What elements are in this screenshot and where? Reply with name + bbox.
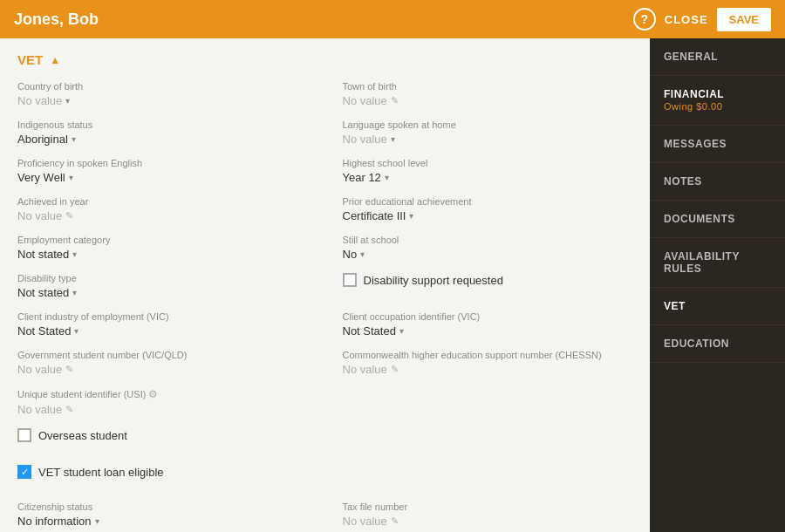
sidebar-item-availability[interactable]: AVAILABILITY RULES <box>650 238 785 288</box>
dropdown-arrow-icon: ▾ <box>69 173 73 182</box>
edit-icon: ✎ <box>391 364 399 375</box>
label-client-industry: Client industry of employment (VIC) <box>17 311 308 322</box>
field-employment-category: Employment category Not stated ▾ <box>17 235 308 261</box>
vet-loan-row: ✓ VET student loan eligible <box>17 465 632 479</box>
vet-loan-label: VET student loan eligible <box>38 466 164 479</box>
settings-icon[interactable]: ⚙ <box>148 388 158 400</box>
label-commonwealth-number: Commonwealth higher education support nu… <box>343 350 633 360</box>
section-header: VET ▲ <box>17 52 632 67</box>
value-client-occupation[interactable]: Not Stated ▾ <box>343 324 633 338</box>
value-client-industry[interactable]: Not Stated ▾ <box>17 324 308 338</box>
edit-icon: ✎ <box>65 210 73 222</box>
label-prior-educational: Prior educational achievement <box>343 196 633 207</box>
dropdown-arrow-icon: ▾ <box>72 288 77 297</box>
label-tax-file-number: Tax file number <box>343 501 633 512</box>
field-overseas-student: Overseas student <box>17 428 632 453</box>
field-achieved-in-year: Achieved in year No value ✎ <box>17 196 308 222</box>
save-button[interactable]: SAVE <box>717 8 771 31</box>
page-title: Jones, Bob <box>14 10 99 29</box>
field-citizenship-status: Citizenship status No information ▾ <box>17 501 308 528</box>
field-proficiency-english: Proficiency in spoken English Very Well … <box>17 158 308 184</box>
field-unique-student-id: Unique student identifier (USI) ⚙ No val… <box>17 388 308 416</box>
value-employment-category[interactable]: Not stated ▾ <box>17 248 308 261</box>
field-govt-student-number: Government student number (VIC/QLD) No v… <box>17 350 308 376</box>
sidebar-item-education[interactable]: EDUCATION <box>650 325 785 363</box>
value-disability-type[interactable]: Not stated ▾ <box>17 286 308 299</box>
field-client-occupation: Client occupation identifier (VIC) Not S… <box>343 311 633 338</box>
label-achieved-in-year: Achieved in year <box>17 196 308 207</box>
value-still-at-school[interactable]: No ▾ <box>343 248 633 261</box>
label-language-at-home: Language spoken at home <box>343 119 633 130</box>
disability-support-label: Disability support requested <box>364 274 503 287</box>
edit-icon: ✎ <box>65 404 73 415</box>
label-client-occupation: Client occupation identifier (VIC) <box>343 311 633 322</box>
dropdown-arrow-icon: ▾ <box>72 134 76 144</box>
section-title: VET <box>17 52 43 67</box>
header-actions: ? CLOSE SAVE <box>633 8 771 31</box>
sidebar-item-notes[interactable]: NOTES <box>650 163 785 201</box>
label-employment-category: Employment category <box>17 235 308 245</box>
value-commonwealth-number[interactable]: No value ✎ <box>343 363 633 376</box>
value-highest-school-level[interactable]: Year 12 ▾ <box>343 171 633 184</box>
sidebar-item-general[interactable]: GENERAL <box>650 38 785 76</box>
content-area: VET ▲ Country of birth No value ▾ Town o… <box>0 38 650 532</box>
label-unique-student-id: Unique student identifier (USI) ⚙ <box>17 388 308 400</box>
field-commonwealth-number: Commonwealth higher education support nu… <box>343 350 633 376</box>
field-country-of-birth: Country of birth No value ▾ <box>17 81 308 107</box>
dropdown-arrow-icon: ▾ <box>360 249 365 259</box>
collapse-icon[interactable]: ▲ <box>50 54 60 66</box>
dropdown-arrow-icon: ▾ <box>74 326 78 336</box>
dropdown-arrow-icon: ▾ <box>72 249 77 259</box>
sidebar-item-vet[interactable]: VET <box>650 288 785 325</box>
vet-loan-checkbox[interactable]: ✓ <box>17 465 31 479</box>
field-disability-type: Disability type Not stated ▾ <box>17 273 308 299</box>
label-govt-student-number: Government student number (VIC/QLD) <box>17 350 308 360</box>
value-prior-educational[interactable]: Certificate III ▾ <box>343 209 633 222</box>
dropdown-arrow-icon: ▾ <box>95 516 99 526</box>
dropdown-arrow-icon: ▾ <box>399 326 404 336</box>
edit-icon: ✎ <box>391 515 399 527</box>
value-language-at-home[interactable]: No value ▾ <box>343 133 633 146</box>
value-govt-student-number[interactable]: No value ✎ <box>17 363 308 376</box>
disability-support-checkbox[interactable] <box>343 273 357 287</box>
form-grid: Country of birth No value ▾ Town of birt… <box>17 81 632 532</box>
label-proficiency-english: Proficiency in spoken English <box>17 158 308 168</box>
field-prior-educational: Prior educational achievement Certificat… <box>343 196 633 222</box>
label-country-of-birth: Country of birth <box>17 81 308 92</box>
field-language-at-home: Language spoken at home No value ▾ <box>343 119 633 146</box>
sidebar-item-documents[interactable]: DOCUMENTS <box>650 201 785 238</box>
header: Jones, Bob ? CLOSE SAVE <box>0 0 785 38</box>
label-disability-type: Disability type <box>17 273 308 283</box>
help-button[interactable]: ? <box>633 8 656 31</box>
sidebar-item-financial[interactable]: FINANCIAL Owing $0.00 <box>650 76 785 126</box>
overseas-student-row: Overseas student <box>17 428 632 442</box>
value-citizenship-status[interactable]: No information ▾ <box>17 515 308 528</box>
field-tax-file-number: Tax file number No value ✎ <box>343 501 633 528</box>
value-tax-file-number[interactable]: No value ✎ <box>343 515 633 528</box>
label-town-of-birth: Town of birth <box>343 81 633 92</box>
disability-support-row: Disability support requested <box>343 273 633 287</box>
label-highest-school-level: Highest school level <box>343 158 633 168</box>
label-indigenous-status: Indigenous status <box>17 119 308 130</box>
value-town-of-birth[interactable]: No value ✎ <box>343 94 633 107</box>
dropdown-arrow-icon: ▾ <box>385 173 389 182</box>
overseas-student-label: Overseas student <box>38 429 127 442</box>
close-button[interactable]: CLOSE <box>665 13 708 26</box>
value-achieved-in-year[interactable]: No value ✎ <box>17 209 308 222</box>
label-still-at-school: Still at school <box>343 235 633 245</box>
field-disability-support: Disability support requested <box>343 273 633 299</box>
label-citizenship-status: Citizenship status <box>17 501 308 512</box>
value-proficiency-english[interactable]: Very Well ▾ <box>17 171 308 184</box>
financial-owing: Owing $0.00 <box>664 101 722 112</box>
value-unique-student-id[interactable]: No value ✎ <box>17 403 308 416</box>
field-still-at-school: Still at school No ▾ <box>343 235 633 261</box>
value-country-of-birth[interactable]: No value ▾ <box>17 94 308 107</box>
field-indigenous-status: Indigenous status Aboriginal ▾ <box>17 119 308 146</box>
sidebar: GENERAL FINANCIAL Owing $0.00 MESSAGES N… <box>650 38 785 532</box>
edit-icon: ✎ <box>391 95 399 106</box>
value-indigenous-status[interactable]: Aboriginal ▾ <box>17 133 308 146</box>
field-town-of-birth: Town of birth No value ✎ <box>343 81 633 107</box>
field-highest-school-level: Highest school level Year 12 ▾ <box>343 158 633 184</box>
sidebar-item-messages[interactable]: MESSAGES <box>650 126 785 163</box>
overseas-student-checkbox[interactable] <box>17 428 31 442</box>
